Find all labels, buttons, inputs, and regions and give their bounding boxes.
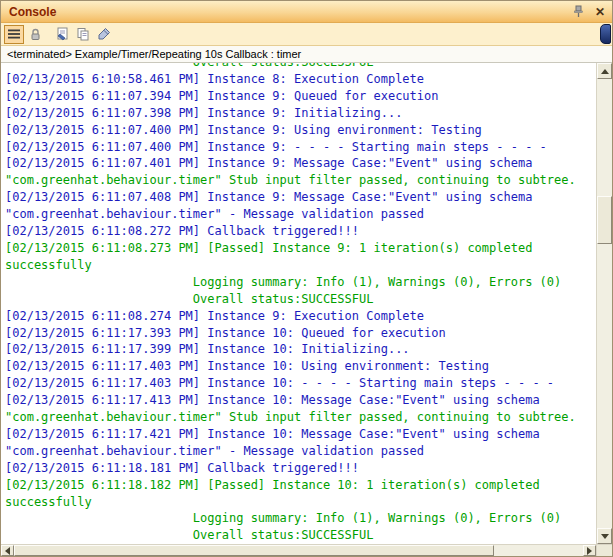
console-line: Overall status:SUCCESSFUL <box>5 63 596 71</box>
pin-glyph <box>573 5 584 18</box>
console-line: [02/13/2015 6:11:17.421 PM] Instance 10:… <box>5 426 596 443</box>
lock-console-button[interactable] <box>25 25 45 44</box>
close-x-glyph: ✕ <box>595 5 605 19</box>
titlebar-buttons: ✕ <box>571 5 607 19</box>
console-line: Logging summary: Info (1), Warnings (0),… <box>5 510 596 527</box>
console-line: [02/13/2015 6:11:08.274 PM] Instance 9: … <box>5 308 596 325</box>
console-line: [02/13/2015 6:11:08.273 PM] [Passed] Ins… <box>5 240 596 257</box>
horizontal-scrollbar-thumb[interactable] <box>14 545 494 556</box>
toolbar-edge-decoration <box>600 24 611 44</box>
console-line: [02/13/2015 6:11:07.398 PM] Instance 9: … <box>5 105 596 122</box>
scrollbar-corner <box>596 544 612 556</box>
console-line: [02/13/2015 6:11:17.399 PM] Instance 10:… <box>5 341 596 358</box>
copy-button[interactable] <box>73 25 93 44</box>
clear-console-button[interactable] <box>94 25 114 44</box>
console-text: Overall status:SUCCESSFUL[02/13/2015 6:1… <box>1 63 596 544</box>
vertical-scrollbar-thumb[interactable] <box>597 196 612 244</box>
arrow-down-icon <box>601 534 609 539</box>
console-line: [02/13/2015 6:11:08.272 PM] Callback tri… <box>5 223 596 240</box>
console-line: [02/13/2015 6:11:07.394 PM] Instance 9: … <box>5 88 596 105</box>
console-line: [02/13/2015 6:10:58.461 PM] Instance 8: … <box>5 71 596 88</box>
console-line: Logging summary: Info (1), Warnings (0),… <box>5 274 596 291</box>
console-line: Overall status:SUCCESSFUL <box>5 291 596 308</box>
scroll-up-button[interactable] <box>597 63 612 79</box>
console-line: successfully <box>5 257 596 274</box>
export-log-icon <box>56 27 69 41</box>
console-line: [02/13/2015 6:11:07.408 PM] Instance 9: … <box>5 189 596 206</box>
scroll-left-button[interactable] <box>1 545 14 556</box>
console-line: successfully <box>5 494 596 511</box>
console-line: [02/13/2015 6:11:07.400 PM] Instance 9: … <box>5 139 596 156</box>
console-panel: Console ✕ <box>0 0 613 557</box>
arrow-up-icon <box>601 69 609 74</box>
view-menu-button[interactable] <box>4 25 24 44</box>
bottom-bar <box>1 544 612 556</box>
console-line: "com.greenhat.behaviour.timer" - Message… <box>5 206 596 223</box>
horizontal-scrollbar[interactable] <box>1 544 596 556</box>
arrow-left-icon <box>5 547 10 555</box>
panel-title: Console <box>9 5 56 19</box>
console-line: Overall status:SUCCESSFUL <box>5 527 596 544</box>
console-line: "com.greenhat.behaviour.timer" Stub inpu… <box>5 409 596 426</box>
console-line: [02/13/2015 6:11:17.413 PM] Instance 10:… <box>5 392 596 409</box>
console-line: [02/13/2015 6:11:18.181 PM] Callback tri… <box>5 460 596 477</box>
arrow-right-icon <box>587 547 592 555</box>
console-line: [02/13/2015 6:11:17.403 PM] Instance 10:… <box>5 375 596 392</box>
console-line: [02/13/2015 6:11:17.393 PM] Instance 10:… <box>5 325 596 342</box>
clear-console-icon <box>97 27 111 41</box>
console-line: [02/13/2015 6:11:17.403 PM] Instance 10:… <box>5 358 596 375</box>
titlebar[interactable]: Console ✕ <box>1 1 612 23</box>
console-output[interactable]: Overall status:SUCCESSFUL[02/13/2015 6:1… <box>1 63 596 544</box>
scroll-down-button[interactable] <box>597 528 612 544</box>
console-line: "com.greenhat.behaviour.timer" - Message… <box>5 443 596 460</box>
console-body: Overall status:SUCCESSFUL[02/13/2015 6:1… <box>1 63 612 544</box>
vertical-scrollbar[interactable] <box>596 63 612 544</box>
console-toolbar <box>1 23 612 46</box>
console-line: [02/13/2015 6:11:07.401 PM] Instance 9: … <box>5 155 596 172</box>
copy-icon <box>76 27 90 41</box>
console-line: [02/13/2015 6:11:18.182 PM] [Passed] Ins… <box>5 477 596 494</box>
pin-icon[interactable] <box>571 5 585 19</box>
close-icon[interactable]: ✕ <box>593 5 607 19</box>
lock-icon <box>29 28 42 41</box>
menu-icon <box>8 29 20 39</box>
console-line: "com.greenhat.behaviour.timer" Stub inpu… <box>5 172 596 189</box>
scroll-right-button[interactable] <box>583 545 596 556</box>
export-log-button[interactable] <box>52 25 72 44</box>
terminated-status: <terminated> Example/Timer/Repeating 10s… <box>1 46 612 63</box>
console-line: [02/13/2015 6:11:07.400 PM] Instance 9: … <box>5 122 596 139</box>
